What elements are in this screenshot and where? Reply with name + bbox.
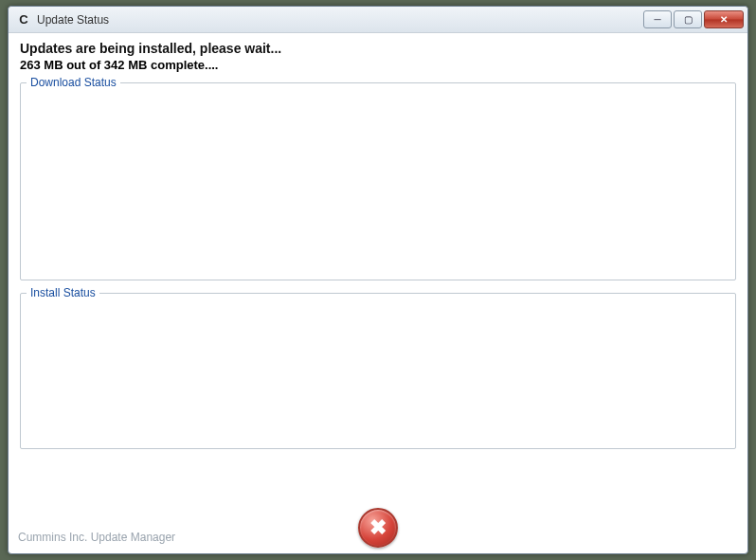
app-icon: C — [16, 12, 31, 27]
install-legend: Install Status — [27, 286, 99, 299]
close-button[interactable]: ✕ — [704, 10, 744, 28]
progress-summary: 263 MB out of 342 MB complete.... — [20, 58, 736, 72]
close-icon: ✖ — [369, 515, 387, 540]
minimize-button[interactable]: ─ — [643, 10, 672, 28]
titlebar: C Update Status ─ ▢ ✕ — [9, 7, 747, 33]
window-controls: ─ ▢ ✕ — [643, 10, 744, 28]
update-status-window: C Update Status ─ ▢ ✕ Updates are being … — [8, 6, 748, 554]
cancel-button[interactable]: ✖ — [358, 508, 398, 548]
download-status-group: Download Status Download Rate: 1.92 MB/s… — [20, 76, 736, 280]
download-legend: Download Status — [27, 76, 120, 89]
install-status-group: Install Status QSF2.8 CM2880 F108Install… — [20, 286, 736, 449]
content-area: Updates are being installed, please wait… — [9, 33, 747, 527]
maximize-button[interactable]: ▢ — [674, 10, 702, 28]
headline: Updates are being installed, please wait… — [20, 41, 736, 56]
window-title: Update Status — [37, 13, 643, 27]
